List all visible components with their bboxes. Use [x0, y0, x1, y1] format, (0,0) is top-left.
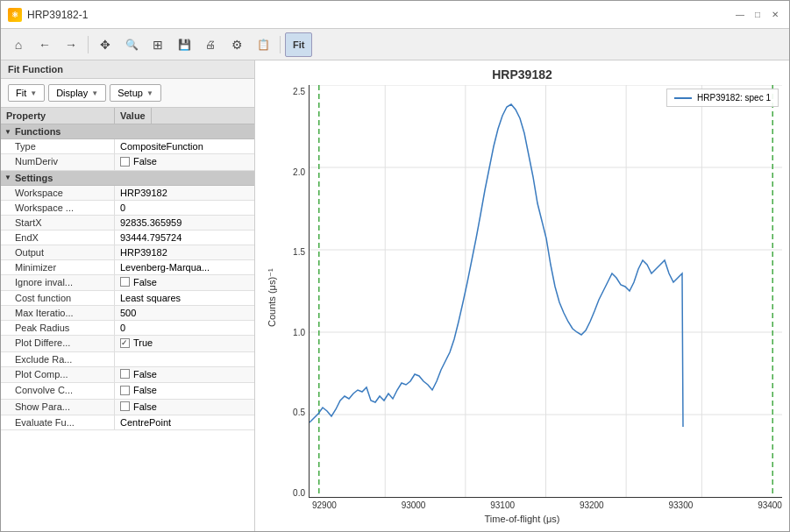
x-tick-93100: 93100 — [490, 500, 515, 510]
settings-button[interactable]: ⚙ — [224, 32, 249, 57]
x-tick-93400: 93400 — [758, 500, 782, 510]
script-button[interactable]: 📋 — [251, 32, 275, 57]
maximize-button[interactable]: □ — [751, 8, 765, 22]
show-params-row: Show Para... False — [1, 400, 254, 416]
endx-value[interactable]: 93444.795724 — [115, 231, 254, 245]
app-icon: ⚛ — [8, 8, 22, 22]
settings-collapse-icon: ▼ — [4, 174, 11, 181]
output-value[interactable]: HRP39182 — [115, 245, 254, 259]
minimizer-property: Minimizer — [1, 260, 115, 274]
ignore-invalid-property: Ignore inval... — [1, 275, 115, 291]
x-tick-93000: 93000 — [402, 500, 426, 510]
ignore-invalid-checkbox[interactable] — [120, 277, 130, 287]
x-axis-label: Time-of-flight (μs) — [262, 514, 782, 524]
show-params-value[interactable]: False — [115, 400, 254, 415]
numderiv-value[interactable]: False — [115, 154, 254, 170]
plot-composite-value[interactable]: False — [115, 367, 254, 383]
chart-container: Counts (μs)⁻¹ 0.0 0.5 1.0 1.5 2.0 2.5 — [262, 85, 782, 510]
convolve-value[interactable]: False — [115, 383, 254, 399]
workspace-index-property: Workspace ... — [1, 201, 115, 215]
cost-function-row: Cost function Least squares — [1, 291, 254, 306]
plot-difference-text: True — [133, 337, 153, 348]
save-button[interactable]: 💾 — [172, 32, 196, 57]
exclude-range-property: Exclude Ra... — [1, 352, 115, 366]
window-title: HRP39182-1 — [27, 9, 88, 21]
minimizer-row: Minimizer Levenberg-Marqua... — [1, 260, 254, 275]
workspace-value[interactable]: HRP39182 — [115, 186, 254, 200]
type-row: Type CompositeFunction — [1, 139, 254, 154]
peak-radius-row: Peak Radius 0 — [1, 321, 254, 336]
legend-label: HRP39182: spec 1 — [697, 93, 771, 103]
y-tick-0: 0.0 — [293, 488, 305, 498]
chart-legend: HRP39182: spec 1 — [666, 89, 779, 107]
property-table: Property Value ▼ Functions Type Composit… — [1, 108, 254, 531]
convolve-property: Convolve C... — [1, 383, 115, 399]
fit-dropdown-button[interactable]: Fit ▼ — [8, 84, 45, 102]
setup-dropdown-button[interactable]: Setup ▼ — [110, 84, 161, 102]
close-button[interactable]: ✕ — [768, 8, 782, 22]
numderiv-checkbox[interactable] — [120, 157, 130, 167]
fit-toolbar-button[interactable]: Fit — [285, 32, 312, 57]
chart-plot[interactable]: HRP39182: spec 1 — [309, 85, 782, 498]
max-iterations-property: Max Iteratio... — [1, 306, 115, 320]
minimize-button[interactable]: — — [733, 8, 747, 22]
property-table-header: Property Value — [1, 108, 254, 124]
ignore-invalid-value[interactable]: False — [115, 275, 254, 291]
title-bar: ⚛ HRP39182-1 — □ ✕ — [1, 1, 789, 29]
plot-difference-value[interactable]: True — [115, 336, 254, 351]
display-dropdown-button[interactable]: Display ▼ — [48, 84, 106, 102]
chart-area: HRP39182 Counts (μs)⁻¹ 0.0 0.5 1.0 1.5 — [262, 67, 782, 524]
home-button[interactable]: ⌂ — [6, 32, 31, 57]
back-button[interactable]: ← — [32, 32, 57, 57]
value-column-header: Value — [115, 108, 152, 124]
plot-difference-checkbox[interactable] — [120, 338, 130, 348]
print-button[interactable]: 🖨 — [198, 32, 223, 57]
output-property: Output — [1, 245, 115, 259]
forward-button[interactable]: → — [59, 32, 83, 57]
convolve-checkbox[interactable] — [120, 386, 130, 395]
plot-difference-property: Plot Differe... — [1, 336, 115, 351]
exclude-range-value[interactable] — [115, 352, 254, 366]
ignore-invalid-row: Ignore inval... False — [1, 275, 254, 292]
plot-difference-row: Plot Differe... True — [1, 336, 254, 352]
property-column-header: Property — [1, 108, 115, 124]
x-tick-92900: 92900 — [312, 500, 337, 510]
cost-function-value[interactable]: Least squares — [115, 291, 254, 305]
workspace-property: Workspace — [1, 186, 115, 200]
evaluate-function-row: Evaluate Fu... CentrePoint — [1, 415, 254, 430]
settings-group-header[interactable]: ▼ Settings — [1, 171, 254, 186]
left-panel: Fit Function Fit ▼ Display ▼ Setup ▼ P — [1, 60, 255, 531]
workspace-index-row: Workspace ... 0 — [1, 201, 254, 216]
startx-value[interactable]: 92835.365959 — [115, 216, 254, 230]
pan-button[interactable]: ✥ — [93, 32, 117, 57]
evaluate-function-value[interactable]: CentrePoint — [115, 415, 254, 429]
fit-toolbar: Fit ▼ Display ▼ Setup ▼ — [1, 79, 254, 108]
settings-group-label: Settings — [15, 173, 53, 183]
numderiv-text: False — [133, 156, 157, 167]
setup-dropdown-arrow: ▼ — [146, 89, 153, 97]
y-tick-1: 1.0 — [293, 328, 305, 337]
fit-function-header: Fit Function — [1, 60, 254, 79]
plot-composite-property: Plot Comp... — [1, 367, 115, 383]
y-axis-label: Counts (μs)⁻¹ — [262, 85, 281, 510]
x-tick-93300: 93300 — [669, 500, 694, 510]
peak-radius-value[interactable]: 0 — [115, 321, 254, 335]
workspace-index-value[interactable]: 0 — [115, 201, 254, 215]
main-toolbar: ⌂ ← → ✥ 🔍 ⊞ 💾 🖨 ⚙ 📋 Fit — [1, 29, 789, 60]
show-params-checkbox[interactable] — [120, 401, 130, 411]
peak-radius-property: Peak Radius — [1, 321, 115, 335]
endx-property: EndX — [1, 231, 115, 245]
x-tick-93200: 93200 — [580, 500, 604, 510]
display-dropdown-label: Display — [56, 88, 88, 98]
type-value[interactable]: CompositeFunction — [115, 139, 254, 153]
plot-composite-checkbox[interactable] — [120, 369, 130, 379]
convolve-row: Convolve C... False — [1, 383, 254, 400]
max-iterations-value[interactable]: 500 — [115, 306, 254, 320]
functions-group-header[interactable]: ▼ Functions — [1, 124, 254, 139]
grid-button[interactable]: ⊞ — [146, 32, 170, 57]
zoom-button[interactable]: 🔍 — [119, 32, 144, 57]
main-window: ⚛ HRP39182-1 — □ ✕ ⌂ ← → ✥ 🔍 ⊞ 💾 🖨 ⚙ 📋 F… — [0, 0, 790, 532]
toolbar-separator-2 — [280, 36, 281, 53]
minimizer-value[interactable]: Levenberg-Marqua... — [115, 260, 254, 274]
output-row: Output HRP39182 — [1, 245, 254, 260]
